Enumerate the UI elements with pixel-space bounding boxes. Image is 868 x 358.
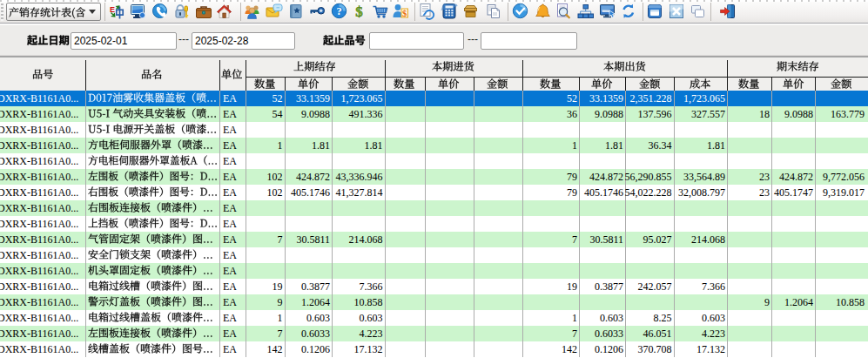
svg-text:$: $: [355, 3, 363, 20]
svg-text:?: ?: [336, 5, 341, 17]
svg-text:E: E: [110, 5, 115, 14]
svg-text:$: $: [402, 9, 407, 18]
